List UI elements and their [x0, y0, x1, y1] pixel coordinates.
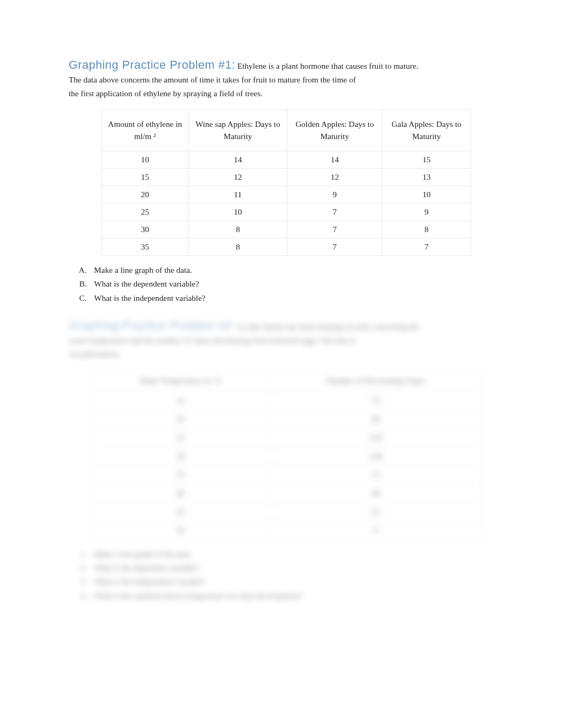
cell: 11: [189, 186, 287, 203]
cell: 7: [382, 238, 471, 255]
problem-1-intro-inline: Ethylene is a plant hormone that causes …: [237, 61, 418, 70]
problem-1-intro: Graphing Practice Problem #1: Ethylene i…: [69, 58, 492, 72]
col-header: Amount of ethylene in ml/m ²: [102, 110, 189, 151]
question-item: What is the independent variable?: [89, 575, 492, 588]
cell: 45: [91, 502, 270, 521]
cell: 9: [287, 186, 382, 203]
cell: 50: [91, 521, 270, 539]
problem-1-questions: Make a line graph of the data. What is t…: [79, 263, 492, 305]
cell: 75: [270, 465, 482, 484]
cell: 20: [91, 410, 270, 428]
problem-1-table: Amount of ethylene in ml/m ² Wine sap Ap…: [101, 109, 471, 256]
cell: 8: [382, 220, 471, 238]
cell: 30: [102, 220, 189, 238]
question-item: What is the optimum (best) temperature f…: [89, 589, 492, 603]
cell: 12: [287, 168, 382, 186]
col-header: Water Temperature in °C: [91, 371, 270, 391]
cell: 13: [382, 168, 471, 186]
cell: 9: [382, 203, 471, 220]
cell: 12: [189, 168, 287, 186]
problem-2-intro-inline: A clam farmer has been keeping records c…: [237, 322, 419, 331]
table-row: 30 140: [91, 447, 482, 465]
cell: 8: [189, 238, 287, 255]
problem-2-intro-line2: water temperature and the number of clam…: [69, 334, 492, 347]
problem-1-heading: Graphing Practice Problem #1:: [69, 58, 235, 71]
table-row: 50 0: [91, 521, 482, 539]
problem-2-intro-line3: recorded below.: [69, 348, 492, 361]
cell: 90: [270, 410, 482, 428]
col-header: Wine sap Apples: Days to Maturity: [189, 110, 287, 151]
cell: 15: [91, 391, 270, 410]
problem-2-obscured: Graphing Practice Problem #2: A clam far…: [69, 319, 492, 603]
question-item: What is the dependent variable?: [89, 277, 492, 291]
cell: 20: [102, 186, 189, 203]
table-row: 30 8 7 8: [102, 220, 471, 238]
table-row: 45 15: [91, 502, 482, 521]
table-row: 25 10 7 9: [102, 203, 471, 220]
table-row: 40 40: [91, 484, 482, 502]
question-item: Make a line graph of the data.: [89, 547, 492, 561]
cell: 10: [102, 151, 189, 168]
problem-1-intro-line3: the first application of ethylene by spr…: [69, 87, 492, 100]
cell: 40: [91, 484, 270, 502]
cell: 35: [102, 238, 189, 255]
cell: 140: [270, 447, 482, 465]
question-item: Make a line graph of the data.: [89, 263, 492, 277]
cell: 120: [270, 428, 482, 447]
problem-2-questions: Make a line graph of the data. What is t…: [79, 547, 492, 603]
problem-1: Graphing Practice Problem #1: Ethylene i…: [69, 58, 492, 305]
cell: 7: [287, 220, 382, 238]
problem-1-intro-line2: The data above concerns the amount of ti…: [69, 73, 492, 86]
problem-2-table: Water Temperature in °C Number of Develo…: [91, 370, 482, 539]
table-row: 20 11 9 10: [102, 186, 471, 203]
question-item: What is the dependent variable?: [89, 561, 492, 575]
cell: 8: [189, 220, 287, 238]
cell: 40: [270, 484, 482, 502]
cell: 75: [270, 391, 482, 410]
cell: 15: [270, 502, 482, 521]
cell: 35: [91, 465, 270, 484]
problem-2-heading: Graphing Practice Problem #2:: [69, 319, 235, 332]
col-header: Golden Apples: Days to Maturity: [287, 110, 382, 151]
table-row: 25 120: [91, 428, 482, 447]
cell: 7: [287, 238, 382, 255]
table-row: 35 8 7 7: [102, 238, 471, 255]
document-page: Graphing Practice Problem #1: Ethylene i…: [0, 0, 561, 659]
table-row: 15 12 12 13: [102, 168, 471, 186]
col-header: Number of Developing Clams: [270, 371, 482, 391]
cell: 7: [287, 203, 382, 220]
table-row: 15 75: [91, 391, 482, 410]
col-header: Gala Apples: Days to Maturity: [382, 110, 471, 151]
cell: 14: [287, 151, 382, 168]
cell: 15: [382, 151, 471, 168]
cell: 25: [102, 203, 189, 220]
cell: 15: [102, 168, 189, 186]
table-row: 10 14 14 15: [102, 151, 471, 168]
table-row: 35 75: [91, 465, 482, 484]
cell: 14: [189, 151, 287, 168]
question-item: What is the independent variable?: [89, 291, 492, 305]
cell: 25: [91, 428, 270, 447]
table-header-row: Amount of ethylene in ml/m ² Wine sap Ap…: [102, 110, 471, 151]
cell: 30: [91, 447, 270, 465]
table-header-row: Water Temperature in °C Number of Develo…: [91, 371, 482, 391]
cell: 10: [382, 186, 471, 203]
cell: 10: [189, 203, 287, 220]
table-row: 20 90: [91, 410, 482, 428]
problem-2-intro: Graphing Practice Problem #2: A clam far…: [69, 319, 492, 333]
cell: 0: [270, 521, 482, 539]
